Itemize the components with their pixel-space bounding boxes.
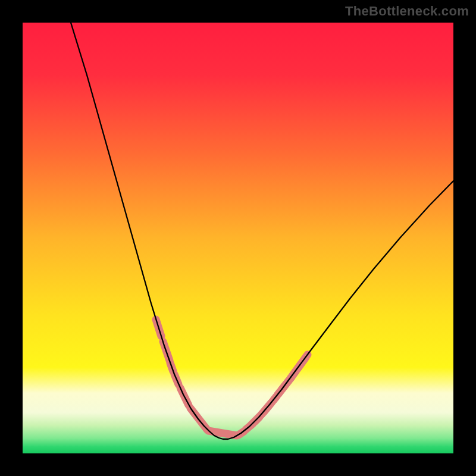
curve-layer: [23, 23, 453, 453]
source-attribution: TheBottleneck.com: [345, 4, 469, 19]
chart-frame: TheBottleneck.com: [0, 0, 476, 476]
marker-dashes: [156, 320, 308, 436]
plot-area: [23, 23, 453, 453]
bottleneck-curve: [71, 23, 453, 439]
